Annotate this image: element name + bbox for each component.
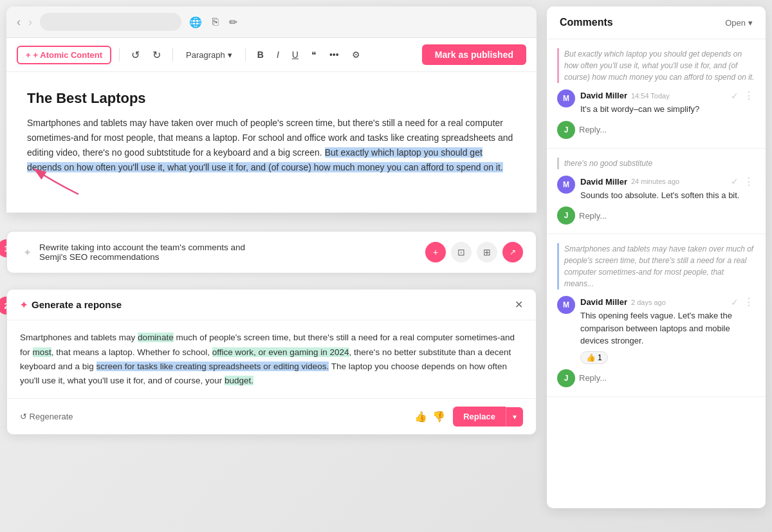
- comment-text-1: It's a bit wordy–can we simplify?: [580, 103, 755, 116]
- replace-dropdown-button[interactable]: ▾: [506, 407, 523, 427]
- comment-quote-1: But exactly which laptop you should get …: [557, 48, 755, 83]
- task-text: Rewrite taking into account the team's c…: [34, 243, 425, 262]
- comment-block-2: there's no good substitute M David Mille…: [547, 149, 766, 235]
- avatar-2: M: [557, 176, 575, 194]
- quote-label: ❝: [311, 50, 317, 60]
- generate-panel: ✦ Generate a reponse ✕ Smartphones and t…: [6, 289, 537, 435]
- more-icon-3[interactable]: ⋮: [742, 296, 755, 308]
- forward-button[interactable]: ›: [28, 15, 32, 29]
- thumbs-down-button[interactable]: 👎: [432, 410, 445, 423]
- copy-icon[interactable]: ⎘: [212, 16, 219, 28]
- editor-toolbar: + + Atomic Content ↺ ↻ Paragraph ▾: [6, 38, 537, 72]
- reply-input-1[interactable]: [579, 125, 755, 134]
- paragraph-select[interactable]: Paragraph ▾: [181, 48, 237, 62]
- edit-icon[interactable]: ✏: [229, 16, 237, 28]
- bold-label: B: [257, 50, 264, 60]
- gen-highlight5: budget.: [225, 376, 253, 385]
- redo-icon: ↻: [152, 49, 161, 61]
- chevron-icon: ▾: [228, 50, 232, 60]
- generate-close-button[interactable]: ✕: [515, 298, 523, 311]
- reply-row-1: J: [557, 121, 755, 139]
- comment-author-row-2: David Miller 24 minutes ago ✓ ⋮: [580, 176, 755, 188]
- comment-row-2: M David Miller 24 minutes ago ✓ ⋮ Sounds…: [557, 176, 755, 202]
- task-line1: Rewrite taking into account the team's c…: [39, 243, 245, 252]
- comments-panel: Comments Open ▾ But exactly which laptop…: [547, 6, 766, 508]
- check-icon-3[interactable]: ✓: [731, 297, 739, 307]
- check-icon-2[interactable]: ✓: [731, 176, 739, 187]
- task-actions: + ⊡ ⊞ ↗: [425, 242, 523, 262]
- bold-button[interactable]: B: [253, 47, 268, 62]
- gen-text1: Smartphones and tablets may: [20, 333, 138, 342]
- comment-text-3: This opening feels vague. Let's make the…: [580, 309, 755, 347]
- settings-button[interactable]: ⚙: [348, 47, 364, 62]
- mark-published-button[interactable]: Mark as published: [422, 44, 526, 65]
- generate-header: ✦ Generate a reponse ✕: [7, 289, 536, 320]
- sparkle-icon: ✦: [20, 300, 28, 310]
- reply-row-3: J: [557, 369, 755, 387]
- reply-avatar-1: J: [557, 121, 575, 139]
- comment-row-1: M David Miller 14:54 Today ✓ ⋮ It's a bi…: [557, 89, 755, 116]
- globe-icon[interactable]: 🌐: [189, 16, 202, 28]
- comment-text-2: Sounds too absolute. Let's soften this a…: [580, 189, 755, 202]
- open-label: Open: [725, 18, 746, 28]
- generate-body: Smartphones and tablets may dominate muc…: [7, 320, 536, 398]
- generate-title: ✦ Generate a reponse: [20, 299, 122, 310]
- comments-title: Comments: [560, 17, 613, 28]
- reply-input-3[interactable]: [579, 373, 755, 383]
- thumbs-up-button[interactable]: 👍: [414, 410, 427, 423]
- divider-3: [245, 48, 246, 61]
- task-image-button[interactable]: ⊡: [451, 242, 472, 262]
- back-button[interactable]: ‹: [17, 15, 21, 29]
- reply-input-2[interactable]: [579, 211, 755, 221]
- task-user-button[interactable]: ↗: [502, 242, 523, 262]
- task-plus-button[interactable]: +: [425, 242, 446, 262]
- comment-time-2: 24 minutes ago: [631, 178, 679, 185]
- comment-author-2: David Miller: [580, 177, 627, 187]
- reaction-badge-3[interactable]: 👍 1: [580, 351, 608, 364]
- reaction-count-3: 1: [598, 353, 602, 362]
- task-bar: ✦ Rewrite taking into account the team's…: [6, 231, 537, 273]
- editor-content[interactable]: The Best Laptops Smartphones and tablets…: [6, 72, 537, 213]
- more-button[interactable]: •••: [326, 47, 343, 62]
- comment-content-1: David Miller 14:54 Today ✓ ⋮ It's a bit …: [580, 89, 755, 116]
- comment-row-3: M David Miller 2 days ago ✓ ⋮ This openi…: [557, 296, 755, 364]
- comments-open-button[interactable]: Open ▾: [725, 18, 753, 28]
- italic-button[interactable]: I: [273, 47, 283, 62]
- annotation-arrow: [27, 162, 104, 201]
- paragraph-label: Paragraph: [186, 50, 225, 60]
- more-icon-2[interactable]: ⋮: [742, 176, 755, 188]
- regenerate-button[interactable]: ↺ Regenerate: [20, 412, 73, 421]
- undo-button[interactable]: ↺: [127, 46, 143, 64]
- atomic-content-button[interactable]: + + Atomic Content: [17, 46, 111, 64]
- url-bar[interactable]: [40, 13, 181, 31]
- more-icon-1[interactable]: ⋮: [742, 89, 755, 102]
- generate-title-text: Generate a reponse: [32, 299, 122, 310]
- gen-highlight1: dominate: [138, 333, 174, 342]
- settings-icon: ⚙: [352, 50, 360, 60]
- comments-header: Comments Open ▾: [547, 6, 766, 39]
- gen-highlight2: most: [33, 347, 51, 357]
- underline-button[interactable]: U: [288, 47, 302, 62]
- task-layout-button[interactable]: ⊞: [477, 242, 497, 262]
- replace-button[interactable]: Replace: [453, 407, 506, 427]
- task-add-small-icon[interactable]: ✦: [20, 245, 34, 259]
- editor-title: The Best Laptops: [27, 90, 516, 107]
- quote-button[interactable]: ❝: [308, 47, 320, 62]
- browser-bar: ‹ › 🌐 ⎘ ✏: [6, 6, 537, 38]
- underline-label: U: [292, 50, 299, 60]
- browser-icons: 🌐 ⎘ ✏: [189, 16, 237, 28]
- undo-icon: ↺: [131, 49, 140, 61]
- comment-author-row-1: David Miller 14:54 Today ✓ ⋮: [580, 89, 755, 102]
- reply-avatar-3: J: [557, 369, 575, 387]
- atomic-btn-label: + Atomic Content: [33, 50, 103, 60]
- comment-quote-3: Smartphones and tablets may have taken o…: [557, 243, 755, 289]
- redo-button[interactable]: ↻: [149, 46, 165, 64]
- gen-highlight3: office work, or even gaming in 2024: [212, 347, 349, 357]
- generate-footer: ↺ Regenerate 👍 👎 Replace ▾: [7, 398, 536, 434]
- check-icon-1[interactable]: ✓: [731, 91, 739, 101]
- divider-1: [119, 48, 120, 61]
- comment-content-2: David Miller 24 minutes ago ✓ ⋮ Sounds t…: [580, 176, 755, 202]
- reply-avatar-2: J: [557, 206, 575, 225]
- divider-2: [172, 48, 173, 61]
- avatar-1: M: [557, 89, 575, 107]
